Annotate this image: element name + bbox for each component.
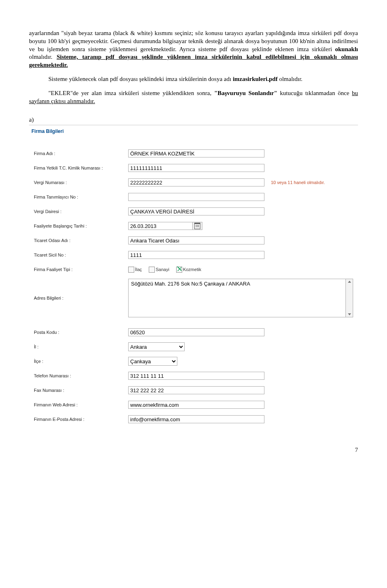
row-tel: Telefon Numarası : (29, 369, 358, 383)
firma-bilgileri-panel: Firma Bilgileri Firma Adı : Firma Yetkil… (29, 125, 358, 427)
row-vergi-no: Vergi Numarası : 10 veya 11 haneli olmal… (29, 175, 358, 190)
paragraph-3: "EKLER"de yer alan imza sirküleri sistem… (29, 89, 358, 106)
p3-bold: "Başvuruyu Sonlandır" (214, 90, 277, 96)
row-il: İl : Ankara (29, 340, 358, 354)
row-baslangic: Faaliyete Başlangıç Tarihi : (29, 219, 358, 233)
input-tc[interactable] (128, 164, 264, 172)
input-sicil[interactable] (128, 251, 264, 259)
hint-vergi-no: 10 veya 11 haneli olmalıdır. (265, 180, 325, 185)
paragraph-1: ayarlarından "siyah beyaz tarama (black … (29, 29, 358, 69)
label-fax: Fax Numarası : (34, 388, 128, 393)
label-tc: Firma Yetkili T.C. Kimlik Numarası : (34, 166, 128, 170)
label-vergi-dairesi: Vergi Dairesi : (34, 209, 128, 214)
row-adres: Adres Bilgileri : Söğütözü Mah. 2176 Sok… (29, 277, 358, 319)
row-faaliyet-tipi: Firma Faaliyet Tipi : İlaç Sanayi Kozmet… (29, 262, 358, 277)
label-adres: Adres Bilgileri : (34, 296, 128, 300)
checkbox-label-sanayi: Sanayi (156, 267, 169, 272)
label-email: Firmanın E-Posta Adresi : (34, 417, 128, 422)
p2-bold: imzasirkuleri.pdf (233, 76, 277, 82)
input-firma-adi[interactable] (128, 149, 264, 157)
label-web: Firmanın Web Adresi : (34, 402, 128, 407)
label-faaliyet-tipi: Firma Faaliyet Tipi : (34, 267, 128, 272)
p1-run1: ayarlarından "siyah beyaz tarama (black … (29, 30, 358, 52)
textarea-adres[interactable]: Söğütözü Mah. 2176 Sok No:5 Çankaya / AN… (128, 279, 346, 317)
label-ilce: İlçe : (34, 359, 128, 364)
input-posta[interactable] (128, 328, 264, 336)
checkbox-ilac[interactable] (128, 267, 134, 273)
label-vergi-no: Vergi Numarası : (34, 180, 128, 185)
input-ticaret-odasi[interactable] (128, 236, 264, 244)
input-vergi-dairesi[interactable] (128, 207, 264, 215)
p1-bold: okunaklı (335, 46, 358, 52)
row-ilce: İlçe : Çankaya (29, 354, 358, 369)
p2-run2: olmalıdır. (278, 76, 303, 82)
checkbox-label-kozmetik: Kozmetik (183, 267, 201, 272)
panel-title: Firma Bilgileri (29, 125, 358, 146)
p2-run1: Sisteme yüklenecek olan pdf dosyası şekl… (48, 76, 233, 82)
row-web: Firmanın Web Adresi : (29, 398, 358, 412)
row-posta: Posta Kodu : (29, 325, 358, 340)
textarea-scrollbar[interactable] (346, 279, 353, 317)
label-firma-adi: Firma Adı : (34, 151, 128, 156)
row-tanimlayici: Firma Tanımlayıcı No : (29, 190, 358, 204)
input-tanimlayici[interactable] (128, 193, 264, 201)
checkbox-kozmetik[interactable] (176, 267, 182, 273)
page-number: 7 (29, 447, 358, 453)
date-picker-button[interactable] (193, 222, 202, 230)
input-vergi-no[interactable] (128, 178, 264, 186)
label-posta: Posta Kodu : (34, 330, 128, 335)
paragraph-2: Sisteme yüklenecek olan pdf dosyası şekl… (29, 75, 358, 83)
row-ticaret-odasi: Ticaret Odası Adı : (29, 233, 358, 248)
select-il[interactable]: Ankara (128, 342, 185, 351)
row-email: Firmanın E-Posta Adresi : (29, 412, 358, 427)
row-fax: Fax Numarası : (29, 383, 358, 398)
label-baslangic: Faaliyete Başlangıç Tarihi : (34, 224, 128, 228)
label-tel: Telefon Numarası : (34, 373, 128, 378)
p1-underline: Sisteme, taranıp pdf dosyası şeklinde yü… (29, 54, 358, 68)
checkbox-sanayi[interactable] (149, 267, 155, 273)
row-tc: Firma Yetkili T.C. Kimlik Numarası : (29, 161, 358, 175)
input-email[interactable] (128, 415, 264, 423)
p3-run1: "EKLER"de yer alan imza sirküleri sistem… (48, 90, 214, 96)
label-sicil: Ticaret Sicil No : (34, 253, 128, 257)
label-il: İl : (34, 344, 128, 349)
p3-run2: kutucuğu tıklanmadan önce (277, 90, 352, 96)
input-tel[interactable] (128, 372, 264, 380)
row-firma-adi: Firma Adı : (29, 146, 358, 161)
list-marker-a: a) (29, 116, 358, 123)
input-baslangic-tarihi[interactable] (128, 222, 193, 230)
calendar-icon (194, 223, 200, 229)
select-ilce[interactable]: Çankaya (128, 357, 177, 366)
p1-run2: olmalıdır. (29, 54, 57, 60)
checkbox-label-ilac: İlaç (135, 267, 142, 272)
label-ticaret-odasi: Ticaret Odası Adı : (34, 238, 128, 243)
row-sicil: Ticaret Sicil No : (29, 248, 358, 262)
input-web[interactable] (128, 401, 264, 409)
row-vergi-dairesi: Vergi Dairesi : (29, 204, 358, 219)
scroll-up-icon (348, 281, 351, 283)
input-fax[interactable] (128, 386, 264, 394)
label-tanimlayici: Firma Tanımlayıcı No : (34, 195, 128, 199)
scroll-down-icon (348, 313, 351, 315)
